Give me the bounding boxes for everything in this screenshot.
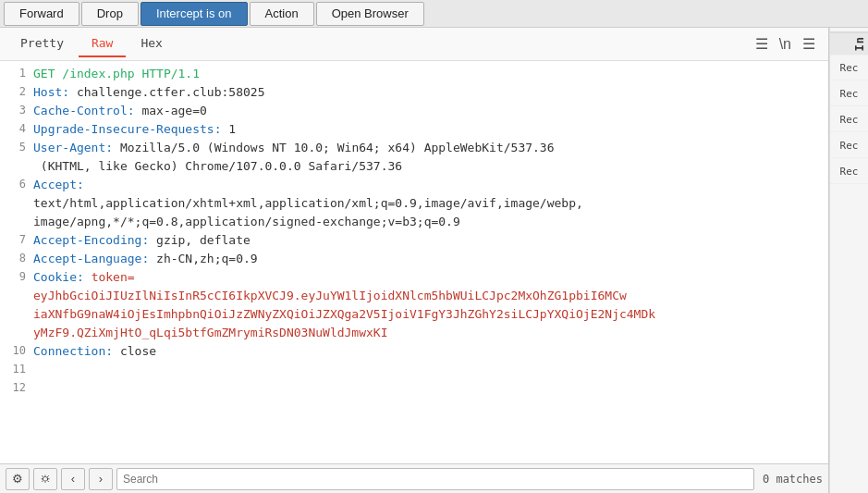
line-number: 12: [0, 379, 33, 398]
line-number: 1: [0, 65, 33, 83]
line-content: GET /index.php HTTP/1.1: [33, 65, 828, 83]
open-browser-button[interactable]: Open Browser: [316, 2, 424, 26]
line-number: 7: [0, 231, 33, 250]
code-line: yMzF9.QZiXmjHtO_qLqi5btfGmZMrymiRsDN03Nu…: [0, 324, 828, 342]
line-number: [0, 305, 33, 324]
main-area: Pretty Raw Hex ☰ \n ☰ 1 GET /index.php H…: [0, 28, 868, 493]
intercept-button[interactable]: Intercept is on: [141, 2, 248, 26]
code-line: 7 Accept-Encoding: gzip, deflate: [0, 231, 828, 250]
prev-match-icon[interactable]: ‹: [61, 468, 85, 490]
line-content: image/apng,*/*;q=0.8,application/signed-…: [33, 213, 828, 231]
line-number: 10: [0, 342, 33, 361]
code-line: 12: [0, 379, 828, 398]
code-area: 1 GET /index.php HTTP/1.1 2 Host: challe…: [0, 61, 828, 463]
bottom-bar: ⚙ ⛭ ‹ › 0 matches: [0, 463, 828, 493]
code-line: 1 GET /index.php HTTP/1.1: [0, 65, 828, 83]
settings-icon[interactable]: ⛭: [33, 468, 57, 490]
line-number: 5: [0, 139, 33, 157]
line-content: text/html,application/xhtml+xml,applicat…: [33, 194, 828, 213]
left-panel: Pretty Raw Hex ☰ \n ☰ 1 GET /index.php H…: [0, 28, 829, 493]
code-line: 5 User-Agent: Mozilla/5.0 (Windows NT 10…: [0, 139, 828, 157]
line-content: iaXNfbG9naW4iOjEsImhpbnQiOiJzZWNyZXQiOiJ…: [33, 305, 828, 324]
line-number: [0, 324, 33, 342]
code-line: eyJhbGciOiJIUzIlNiIsInR5cCI6IkpXVCJ9.eyJ…: [0, 287, 828, 305]
action-button[interactable]: Action: [250, 2, 314, 26]
forward-button[interactable]: Forward: [4, 2, 79, 26]
line-number: [0, 287, 33, 305]
search-settings-icon[interactable]: ⚙: [6, 468, 30, 490]
tab-bar: Pretty Raw Hex ☰ \n ☰: [0, 28, 828, 61]
line-content: [33, 379, 828, 398]
code-line: 3 Cache-Control: max-age=0: [0, 102, 828, 120]
word-wrap-icon[interactable]: ☰: [750, 33, 774, 55]
code-line: 4 Upgrade-Insecure-Requests: 1: [0, 120, 828, 139]
menu-icon[interactable]: ☰: [797, 33, 821, 55]
line-content: Cache-Control: max-age=0: [33, 102, 828, 120]
inspector-header: In: [830, 31, 868, 55]
code-line: image/apng,*/*;q=0.8,application/signed-…: [0, 213, 828, 231]
tab-hex[interactable]: Hex: [128, 31, 175, 57]
code-line: iaXNfbG9naW4iOjEsImhpbnQiOiJzZWNyZXQiOiJ…: [0, 305, 828, 324]
line-content: Cookie: token=: [33, 268, 828, 287]
line-content: Accept-Encoding: gzip, deflate: [33, 231, 828, 250]
line-content: Upgrade-Insecure-Requests: 1: [33, 120, 828, 139]
line-content: Accept:: [33, 176, 828, 194]
code-line: 10 Connection: close: [0, 342, 828, 361]
line-number: 9: [0, 268, 33, 287]
match-count: 0 matches: [758, 473, 823, 486]
line-content: yMzF9.QZiXmjHtO_qLqi5btfGmZMrymiRsDN03Nu…: [33, 324, 828, 342]
line-number: [0, 194, 33, 213]
line-number: [0, 213, 33, 231]
line-content: (KHTML, like Gecko) Chrome/107.0.0.0 Saf…: [33, 157, 828, 176]
drop-button[interactable]: Drop: [81, 2, 139, 26]
tab-raw[interactable]: Raw: [79, 31, 126, 57]
code-line: 8 Accept-Language: zh-CN,zh;q=0.9: [0, 250, 828, 268]
line-content: Host: challenge.ctfer.club:58025: [33, 83, 828, 102]
inspector-section-5[interactable]: Rec: [830, 160, 868, 184]
line-content: [33, 361, 828, 379]
code-line: 11: [0, 361, 828, 379]
line-content: Accept-Language: zh-CN,zh;q=0.9: [33, 250, 828, 268]
code-line: (KHTML, like Gecko) Chrome/107.0.0.0 Saf…: [0, 157, 828, 176]
newline-icon[interactable]: \n: [774, 34, 797, 55]
right-panel: In Rec Rec Rec Rec Rec: [829, 28, 868, 493]
code-line: text/html,application/xhtml+xml,applicat…: [0, 194, 828, 213]
search-input[interactable]: [116, 468, 754, 490]
line-content: eyJhbGciOiJIUzIlNiIsInR5cCI6IkpXVCJ9.eyJ…: [33, 287, 828, 305]
line-number: 2: [0, 83, 33, 102]
line-content: User-Agent: Mozilla/5.0 (Windows NT 10.0…: [33, 139, 828, 157]
line-number: 8: [0, 250, 33, 268]
code-line: 2 Host: challenge.ctfer.club:58025: [0, 83, 828, 102]
inspector-section-1[interactable]: Rec: [830, 56, 868, 80]
line-content: Connection: close: [33, 342, 828, 361]
tab-pretty[interactable]: Pretty: [7, 31, 77, 57]
toolbar: Forward Drop Intercept is on Action Open…: [0, 0, 868, 28]
code-line: 6 Accept:: [0, 176, 828, 194]
line-number: 3: [0, 102, 33, 120]
line-number: 11: [0, 361, 33, 379]
inspector-section-2[interactable]: Rec: [830, 82, 868, 106]
inspector-section-3[interactable]: Rec: [830, 108, 868, 132]
code-line: 9 Cookie: token=: [0, 268, 828, 287]
line-number: 4: [0, 120, 33, 139]
next-match-icon[interactable]: ›: [89, 468, 113, 490]
inspector-section-4[interactable]: Rec: [830, 134, 868, 158]
line-number: [0, 157, 33, 176]
line-number: 6: [0, 176, 33, 194]
